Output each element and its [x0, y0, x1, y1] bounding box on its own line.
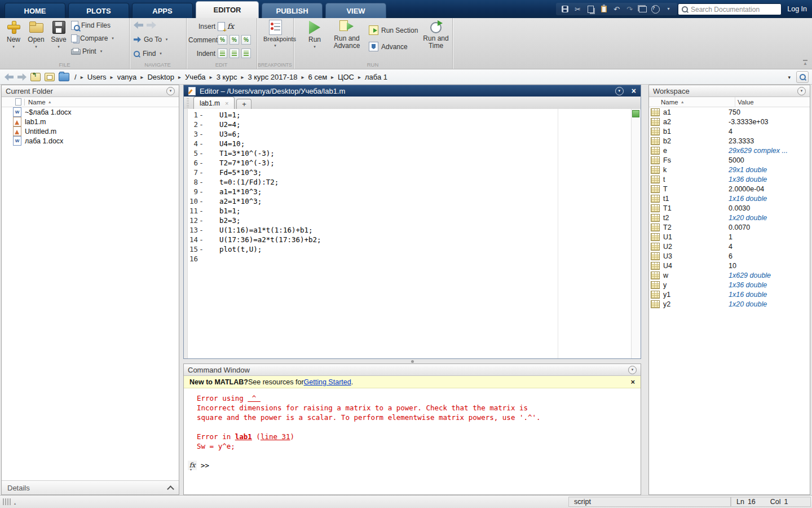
up-one-level-icon[interactable]	[30, 73, 41, 81]
workspace-row[interactable]: U3 6	[649, 251, 810, 261]
workspace-row[interactable]: w 1x629 double	[649, 270, 810, 280]
go-to-button[interactable]: Go To ▾	[134, 35, 167, 44]
workspace-row[interactable]: b1 4	[649, 126, 810, 136]
line-31-link[interactable]: line 31	[261, 432, 290, 441]
status-grip-icon[interactable]	[3, 498, 11, 505]
search-documentation-box[interactable]: Search Documentation	[678, 3, 782, 15]
workspace-row[interactable]: Fs 5000	[649, 155, 810, 165]
forward-icon[interactable]	[147, 21, 156, 29]
redo-icon[interactable]: ↷	[625, 5, 634, 14]
breadcrumb-segment[interactable]: лаба 1	[364, 73, 389, 81]
code-line[interactable]: 11 - b1=1;	[188, 206, 631, 216]
current-folder-menu-icon[interactable]: ▾	[166, 87, 175, 95]
run-button[interactable]: Run ▾	[303, 20, 326, 49]
new-button[interactable]: New ▾	[2, 20, 25, 49]
workspace-row[interactable]: y1 1x16 double	[649, 290, 810, 299]
ribbon-tab[interactable]: PUBLISH	[262, 3, 323, 18]
workspace-row[interactable]: a2 -3.3333e+03	[649, 117, 810, 126]
command-output[interactable]: Error using ^ Incorrect dimensions for r…	[184, 388, 641, 470]
qat-dropdown-icon[interactable]: ▾	[664, 5, 673, 14]
file-item[interactable]: Untitled.m	[2, 126, 179, 136]
breadcrumb-segment[interactable]: ЦОС	[337, 73, 355, 81]
workspace-row[interactable]: t 1x36 double	[649, 174, 810, 184]
print-dropdown-icon[interactable]: ▾	[100, 49, 103, 54]
find-button[interactable]: Find ▾	[134, 49, 162, 58]
open-dropdown-icon[interactable]: ▾	[25, 45, 47, 49]
caret-operator-link[interactable]: ^	[248, 394, 261, 402]
open-button[interactable]: Open ▾	[25, 20, 47, 49]
compare-button[interactable]: Compare ▾	[71, 34, 114, 43]
lab1-link[interactable]: lab1	[235, 432, 252, 441]
code-line[interactable]: 15 - plot(t,U);	[188, 244, 631, 254]
collapse-details-icon[interactable]	[167, 485, 174, 493]
file-item[interactable]: lab1.m	[2, 117, 179, 126]
search-folder-button[interactable]	[796, 71, 809, 83]
workspace-column-header[interactable]: Name ▲ Value	[649, 97, 810, 107]
run-and-advance-button[interactable]: Run and Advance	[330, 20, 363, 50]
command-prompt-row[interactable]: fx >>	[197, 461, 641, 470]
code-line[interactable]: 4 - U4=10;	[188, 139, 631, 148]
workspace-row[interactable]: e 29x629 complex ...	[649, 146, 810, 155]
workspace-row[interactable]: y2 1x20 double	[649, 299, 810, 309]
workspace-row[interactable]: y 1x36 double	[649, 280, 810, 290]
new-tab-button[interactable]: +	[236, 99, 251, 109]
minimize-ribbon-icon[interactable]: ▲	[803, 60, 807, 66]
breakpoint-alley[interactable]	[184, 109, 188, 358]
breadcrumb-segment[interactable]: /	[73, 73, 78, 81]
ribbon-tab[interactable]: HOME	[5, 3, 65, 18]
ribbon-tab[interactable]: EDITOR	[196, 1, 259, 18]
workspace-row[interactable]: t2 1x20 double	[649, 213, 810, 222]
compare-dropdown-icon[interactable]: ▾	[112, 36, 114, 41]
run-section-button[interactable]: Run Section	[369, 25, 418, 35]
editor-tab-lab1[interactable]: lab1.m ×	[193, 97, 235, 109]
file-list-column-header[interactable]: Name ▲	[2, 97, 179, 107]
workspace-row[interactable]: b2 23.3333	[649, 136, 810, 146]
breakpoints-button[interactable]: Breakpoints ▾	[263, 20, 287, 48]
comment-icon[interactable]: %	[218, 35, 227, 45]
undo-icon[interactable]: ↶	[612, 5, 621, 14]
fx-prompt-icon[interactable]: fx	[188, 461, 197, 470]
log-in-button[interactable]: Log In	[787, 5, 807, 13]
find-dropdown-icon[interactable]: ▾	[160, 51, 162, 56]
indent-left-icon[interactable]	[241, 49, 251, 58]
uncomment-icon[interactable]: %	[230, 35, 239, 45]
new-dropdown-icon[interactable]: ▾	[2, 45, 25, 49]
tab-bar-grip[interactable]	[187, 98, 189, 107]
command-window-menu-icon[interactable]: ▾	[628, 366, 637, 374]
browse-folder-icon[interactable]	[45, 73, 55, 81]
paste-icon[interactable]	[601, 6, 607, 12]
run-dropdown-icon[interactable]: ▾	[303, 45, 326, 49]
breadcrumb-segment[interactable]: vanya	[116, 73, 138, 81]
file-item[interactable]: лаба 1.docx	[2, 136, 179, 146]
breadcrumb-segment[interactable]: 3 курс 2017-18	[246, 73, 298, 81]
workspace-row[interactable]: T1 0.0030	[649, 203, 810, 213]
command-prompt[interactable]: >>	[201, 461, 209, 470]
ribbon-tab[interactable]: PLOTS	[68, 3, 129, 18]
path-dropdown-icon[interactable]: ▾	[788, 75, 791, 80]
print-button[interactable]: Print ▾	[71, 47, 114, 56]
quick-save-icon[interactable]	[562, 6, 568, 12]
ribbon-tab[interactable]: APPS	[132, 3, 193, 18]
code-line[interactable]: 13 - U(1:16)=a1*t(1:16)+b1;	[188, 225, 631, 235]
ribbon-tab[interactable]: VIEW	[325, 3, 386, 18]
workspace-row[interactable]: a1 750	[649, 107, 810, 117]
workspace-row[interactable]: T 2.0000e-04	[649, 184, 810, 194]
workspace-row[interactable]: T2 0.0070	[649, 222, 810, 232]
code-editor[interactable]: 1 - U1=1; 2 - U2=4; 3 - U3=6;	[184, 109, 641, 358]
code-line[interactable]: 12 - b2=3;	[188, 216, 631, 225]
save-dropdown-icon[interactable]: ▾	[47, 45, 70, 49]
code-line[interactable]: 16	[188, 254, 631, 264]
insert-section-icon[interactable]	[218, 22, 225, 31]
help-icon[interactable]: ?	[651, 5, 660, 14]
current-folder-icon[interactable]	[59, 73, 69, 81]
workspace-row[interactable]: U4 10	[649, 261, 810, 270]
banner-close-icon[interactable]: ×	[630, 378, 635, 386]
save-button[interactable]: Save ▾	[47, 20, 70, 49]
run-and-time-button[interactable]: Run and Time	[422, 20, 450, 50]
workspace-row[interactable]: k 29x1 double	[649, 165, 810, 174]
breadcrumb-segment[interactable]: 3 курс	[215, 73, 239, 81]
details-bar[interactable]: Details	[2, 480, 179, 494]
nav-back-icon[interactable]	[5, 73, 14, 81]
go-to-dropdown-icon[interactable]: ▾	[166, 37, 168, 42]
editor-close-icon[interactable]: ×	[632, 87, 636, 95]
